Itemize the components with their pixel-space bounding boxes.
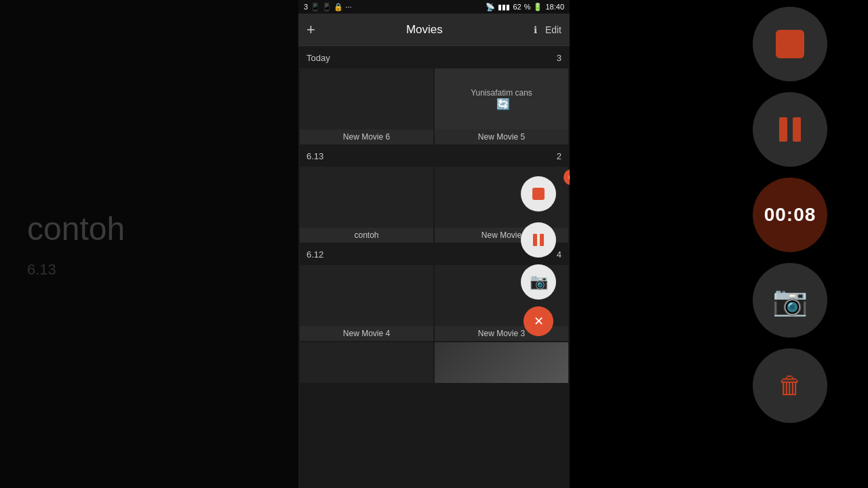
movie-item-contoh[interactable]: contoh: [300, 167, 433, 243]
battery-percent: 62: [513, 3, 521, 11]
status-bar: 3 📱 📱 🔒 ··· 📡 ▮▮▮ 62 % 🔋 18:40: [298, 0, 570, 14]
signal-bars: ▮▮▮: [498, 3, 510, 12]
thumbnail-contoh: [300, 167, 433, 228]
movie-item-bottom2[interactable]: [435, 342, 568, 383]
movie-item-4[interactable]: New Movie 4: [300, 265, 433, 341]
section-date-612: 6.12: [307, 249, 323, 260]
movie-item-bottom1[interactable]: [300, 342, 433, 383]
edit-button[interactable]: Edit: [545, 24, 561, 35]
thumbnail-movie5: Yunisafatim cans 🔄: [435, 68, 568, 129]
background-left: contoh 6.13: [0, 0, 298, 488]
movie-grid-today: New Movie 6 Yunisafatim cans 🔄 New Movie…: [298, 68, 570, 144]
clock: 18:40: [545, 3, 564, 11]
cast-icon: 📡: [486, 3, 495, 12]
section-count-612: 4: [557, 249, 561, 260]
large-camera-icon: 📷: [772, 284, 808, 317]
section-count-613: 2: [557, 151, 561, 161]
battery-icon: 🔋: [533, 3, 542, 12]
camera-button[interactable]: 📷: [521, 264, 556, 300]
page-title: Movies: [315, 23, 534, 37]
section-bottom: [298, 342, 570, 383]
camera-icon: 📷: [530, 273, 548, 291]
section-date-613: 6.13: [307, 151, 323, 161]
status-icons: 📱 📱 🔒 ···: [311, 3, 351, 12]
section-today: Today 3 New Movie 6 Yunisafatim cans 🔄 N…: [298, 47, 570, 144]
sim-icon: 3: [304, 3, 308, 11]
thumbnail-bottom2: [435, 342, 568, 383]
section-header-613: 6.13 2: [298, 146, 570, 167]
stop-icon: [532, 188, 545, 200]
recording-controls: 00:08 📷 ✕: [521, 176, 556, 336]
pause-bar-left: [533, 234, 537, 246]
movie-item-6[interactable]: New Movie 6: [300, 68, 433, 144]
phone-area: + Movies ℹ Edit Today 3 New Movie 6 Yuni…: [298, 14, 570, 488]
add-button[interactable]: +: [307, 21, 315, 39]
pause-bar-right: [540, 234, 544, 246]
thumbnail-movie4: [300, 265, 433, 326]
yunisa-text: Yunisafatim cans 🔄: [435, 68, 568, 129]
right-controls: 00:08 📷 🗑: [712, 0, 868, 488]
top-bar: + Movies ℹ Edit: [298, 14, 570, 46]
label-movie5: New Movie 5: [435, 129, 568, 144]
delete-icon: ✕: [534, 314, 544, 329]
delete-button[interactable]: ✕: [524, 306, 553, 336]
large-timer-text: 00:08: [764, 204, 816, 226]
bg-title: contoh: [27, 210, 125, 247]
label-contoh: contoh: [300, 228, 433, 243]
info-button[interactable]: ℹ: [534, 24, 537, 35]
status-left: 3 📱 📱 🔒 ···: [304, 3, 351, 12]
bg-date: 6.13: [27, 261, 56, 279]
label-movie6: New Movie 6: [300, 129, 433, 144]
label-movie4: New Movie 4: [300, 326, 433, 341]
stop-area: 00:08: [521, 176, 556, 211]
thumbnail-movie6: [300, 68, 433, 129]
large-stop-icon: [776, 30, 804, 58]
large-delete-icon: 🗑: [778, 371, 802, 400]
large-camera-button[interactable]: 📷: [753, 263, 827, 338]
section-date-today: Today: [307, 53, 330, 63]
section-count-today: 3: [557, 53, 561, 63]
top-bar-actions: ℹ Edit: [534, 24, 561, 35]
large-pause-icon: [779, 117, 801, 142]
large-stop-button[interactable]: [753, 7, 827, 81]
movie-item-5[interactable]: Yunisafatim cans 🔄 New Movie 5: [435, 68, 568, 144]
large-pause-bar-right: [793, 117, 801, 142]
stop-button[interactable]: [521, 176, 556, 211]
section-header-today: Today 3: [298, 47, 570, 68]
movie-grid-bottom: [298, 342, 570, 383]
large-timer-display: 00:08: [753, 178, 827, 252]
yunisa-icon: 🔄: [496, 98, 510, 110]
large-pause-button[interactable]: [753, 92, 827, 167]
large-delete-button[interactable]: 🗑: [753, 348, 827, 423]
large-pause-bar-left: [779, 117, 787, 142]
pause-icon: [533, 234, 544, 246]
thumbnail-bottom1: [300, 342, 433, 383]
status-right: 📡 ▮▮▮ 62 % 🔋 18:40: [486, 3, 564, 12]
pause-button[interactable]: [521, 222, 556, 258]
